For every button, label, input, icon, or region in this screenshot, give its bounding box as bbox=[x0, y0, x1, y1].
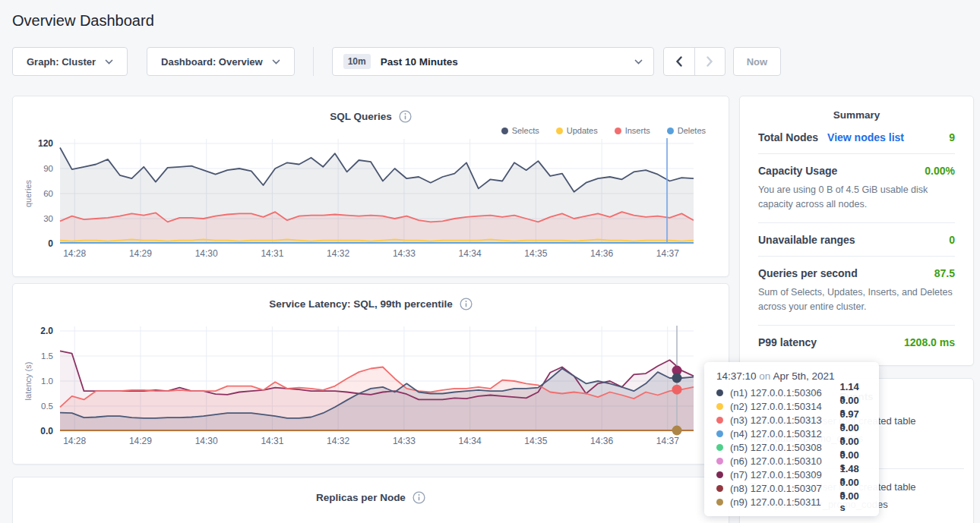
time-range-picker[interactable]: 10m Past 10 Minutes bbox=[332, 47, 654, 76]
service-latency-chart[interactable]: 14:2814:2914:3014:3114:3214:3314:3414:35… bbox=[13, 323, 706, 454]
chevron-right-icon bbox=[706, 56, 713, 67]
summary-row-label: Unavailable ranges bbox=[758, 234, 855, 246]
svg-text:14:37: 14:37 bbox=[656, 248, 679, 259]
tooltip-node-label: (n6) 127.0.0.1:50310 bbox=[730, 455, 839, 467]
series-dot-icon bbox=[716, 471, 723, 478]
time-range-badge: 10m bbox=[343, 54, 371, 69]
view-nodes-link[interactable]: View nodes list bbox=[827, 131, 904, 143]
controls-bar: Graph: Cluster Dashboard: Overview 10m P… bbox=[12, 47, 968, 76]
svg-text:0.5: 0.5 bbox=[41, 402, 53, 411]
svg-text:1.5: 1.5 bbox=[41, 351, 53, 361]
summary-row-label: Capacity Usage bbox=[758, 165, 837, 177]
series-dot-icon bbox=[716, 444, 723, 451]
tooltip-node-label: (n8) 127.0.0.1:50307 bbox=[730, 483, 839, 494]
svg-text:1.0: 1.0 bbox=[41, 376, 53, 386]
legend-item-inserts[interactable]: Inserts bbox=[615, 126, 650, 135]
summary-row: Queries per second87.5Sum of Selects, Up… bbox=[758, 257, 955, 326]
svg-text:14:36: 14:36 bbox=[590, 248, 613, 259]
legend-item-updates[interactable]: Updates bbox=[556, 126, 598, 135]
series-dot-icon bbox=[716, 417, 723, 424]
legend-item-selects[interactable]: Selects bbox=[501, 126, 539, 135]
series-dot-icon bbox=[716, 499, 723, 506]
time-range-label: Past 10 Minutes bbox=[381, 56, 458, 68]
tooltip-node-label: (n1) 127.0.0.1:50306 bbox=[730, 387, 839, 399]
svg-text:14:31: 14:31 bbox=[261, 436, 283, 446]
service-latency-panel: Service Latency: SQL, 99th percentile 14… bbox=[12, 283, 729, 465]
svg-text:14:32: 14:32 bbox=[327, 436, 349, 446]
chevron-down-icon bbox=[634, 59, 643, 65]
series-dot-icon bbox=[716, 485, 723, 492]
svg-text:14:30: 14:30 bbox=[195, 436, 218, 446]
summary-rows: Total NodesView nodes list9Capacity Usag… bbox=[758, 121, 955, 358]
dashboard-dropdown-label: Dashboard: Overview bbox=[161, 56, 263, 68]
tooltip-node-label: (n3) 127.0.0.1:50313 bbox=[730, 414, 839, 426]
service-latency-legend-spacer bbox=[13, 310, 729, 323]
graph-dropdown[interactable]: Graph: Cluster bbox=[12, 47, 128, 76]
info-icon[interactable] bbox=[460, 298, 473, 310]
tooltip-node-value: 0.00 s bbox=[839, 490, 867, 513]
tooltip-timestamp: 14:37:10 on Apr 5th, 2021 bbox=[716, 370, 867, 382]
svg-text:14:33: 14:33 bbox=[393, 248, 416, 259]
chevron-left-icon bbox=[675, 56, 683, 67]
service-latency-title: Service Latency: SQL, 99th percentile bbox=[269, 298, 453, 310]
legend-dot-icon bbox=[615, 128, 621, 134]
info-icon[interactable] bbox=[399, 110, 412, 123]
svg-text:120: 120 bbox=[38, 138, 53, 149]
replicas-per-node-title: Replicas per Node bbox=[316, 492, 406, 503]
summary-row-subtext: Sum of Selects, Updates, Inserts, and De… bbox=[758, 285, 955, 315]
dashboard-dropdown[interactable]: Dashboard: Overview bbox=[147, 47, 295, 76]
svg-text:queries: queries bbox=[24, 179, 33, 207]
sql-queries-legend: Selects Updates Inserts Deletes bbox=[13, 123, 729, 136]
summary-row-label: Queries per second bbox=[758, 267, 858, 279]
tooltip-rows: (n1) 127.0.0.1:50306 1.14 s (n2) 127.0.0… bbox=[716, 386, 867, 509]
summary-row-subtext: You are using 0 B of 4.5 GiB usable disk… bbox=[758, 183, 955, 213]
summary-row: P99 latency1208.0 ms bbox=[758, 326, 955, 358]
svg-text:2.0: 2.0 bbox=[40, 326, 53, 336]
series-dot-icon bbox=[716, 403, 723, 410]
svg-text:14:37: 14:37 bbox=[656, 436, 679, 446]
summary-row: Total NodesView nodes list9 bbox=[758, 121, 955, 154]
time-forward-button[interactable] bbox=[694, 48, 725, 75]
chevron-down-icon bbox=[272, 59, 280, 65]
summary-row-value: 0.00% bbox=[925, 165, 955, 177]
svg-text:14:29: 14:29 bbox=[129, 436, 152, 446]
svg-text:14:29: 14:29 bbox=[129, 248, 152, 259]
sql-queries-chart[interactable]: 14:2814:2914:3014:3114:3214:3314:3414:35… bbox=[13, 136, 706, 266]
summary-panel: Summary Total NodesView nodes list9Capac… bbox=[739, 96, 974, 366]
summary-row-value: 1208.0 ms bbox=[904, 336, 955, 348]
svg-text:14:36: 14:36 bbox=[590, 436, 613, 446]
svg-text:14:28: 14:28 bbox=[63, 436, 86, 446]
svg-text:0.0: 0.0 bbox=[40, 426, 53, 436]
svg-text:14:34: 14:34 bbox=[459, 436, 482, 446]
now-button[interactable]: Now bbox=[733, 47, 781, 76]
controls-divider bbox=[313, 47, 314, 76]
svg-text:14:30: 14:30 bbox=[195, 248, 218, 259]
legend-dot-icon bbox=[667, 128, 674, 134]
svg-text:90: 90 bbox=[43, 164, 53, 173]
svg-text:60: 60 bbox=[43, 189, 53, 198]
svg-text:latency (s): latency (s) bbox=[24, 362, 33, 401]
legend-label: Inserts bbox=[625, 126, 650, 135]
tooltip-node-label: (n2) 127.0.0.1:50314 bbox=[730, 401, 839, 412]
svg-text:14:28: 14:28 bbox=[63, 248, 86, 259]
chevron-down-icon bbox=[105, 59, 113, 65]
tooltip-node-label: (n4) 127.0.0.1:50312 bbox=[730, 428, 839, 440]
svg-text:30: 30 bbox=[43, 214, 53, 223]
series-dot-icon bbox=[716, 389, 723, 396]
page-title: Overview Dashboard bbox=[0, 0, 980, 30]
svg-text:14:32: 14:32 bbox=[327, 248, 349, 259]
info-icon[interactable] bbox=[413, 491, 425, 504]
svg-text:14:31: 14:31 bbox=[261, 248, 283, 259]
legend-item-deletes[interactable]: Deletes bbox=[667, 126, 706, 135]
svg-text:0: 0 bbox=[48, 238, 53, 249]
chart-tooltip: 14:37:10 on Apr 5th, 2021 (n1) 127.0.0.1… bbox=[704, 362, 879, 516]
svg-text:14:35: 14:35 bbox=[524, 436, 547, 446]
series-dot-icon bbox=[716, 430, 723, 437]
time-back-button[interactable] bbox=[664, 48, 694, 75]
graph-dropdown-label: Graph: Cluster bbox=[27, 56, 96, 68]
tooltip-node-label: (n5) 127.0.0.1:50308 bbox=[730, 442, 839, 453]
svg-text:14:33: 14:33 bbox=[393, 436, 416, 446]
overview-dashboard-page: Overview Dashboard Graph: Cluster Dashbo… bbox=[0, 0, 980, 523]
sql-queries-title: SQL Queries bbox=[330, 111, 392, 122]
summary-row-value: 87.5 bbox=[934, 267, 955, 279]
